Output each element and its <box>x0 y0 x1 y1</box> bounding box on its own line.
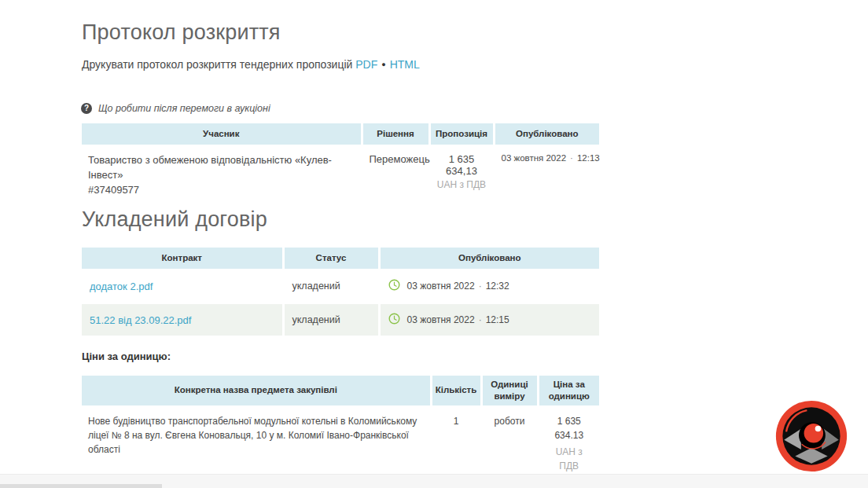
help-line: ? Що робити після перемоги в аукціоні <box>81 103 270 114</box>
help-link[interactable]: Що робити після перемоги в аукціоні <box>98 103 270 114</box>
col-decision: Рішення <box>362 123 429 145</box>
question-icon: ? <box>81 103 92 114</box>
unit-price-cell: 1 635 634.13 UAH з ПДВ <box>538 406 599 480</box>
contract-status-cell: укладений <box>283 270 379 303</box>
quantity-cell: 1 <box>431 406 481 480</box>
col-status: Статус <box>283 248 379 270</box>
unit-prices-table: Конкретна назва предмета закупівлі Кільк… <box>82 376 599 480</box>
item-name-cell: Нове будівництво транспортабельної модул… <box>82 406 431 480</box>
col-participant: Учасник <box>82 123 362 145</box>
print-line-text: Друкувати протокол розкриття тендерних п… <box>82 58 352 71</box>
contract-published-cell: 03 жовтня 2022·12:32 <box>379 270 599 303</box>
contract-section-title: Укладений договір <box>82 207 267 232</box>
clock-icon <box>388 279 400 293</box>
table-row: Товариство з обмеженою відповідальністю … <box>82 145 599 205</box>
disclosure-table: Учасник Рішення Пропозиція Опубліковано … <box>82 123 599 205</box>
page: Протокол розкриття Друкувати протокол ро… <box>0 0 868 488</box>
contract-published-cell: 03 жовтня 2022·12:15 <box>379 303 599 336</box>
contract-file-cell: 51.22 від 23.09.22.pdf <box>82 303 283 336</box>
horizontal-scrollbar-thumb[interactable] <box>0 484 162 488</box>
participant-name: Товариство з обмеженою відповідальністю … <box>88 153 355 183</box>
proposal-currency: UAH з ПДВ <box>437 179 487 190</box>
page-title: Протокол розкриття <box>82 20 281 45</box>
contract-file-link[interactable]: 51.22 від 23.09.22.pdf <box>90 314 191 326</box>
published-date: 03 жовтня 2022 <box>407 281 475 292</box>
eye-camera-logo-icon <box>774 399 848 473</box>
published-cell: 03 жовтня 2022·12:13 <box>494 145 599 205</box>
clock-icon <box>388 313 400 327</box>
disclosure-header-row: Учасник Рішення Пропозиція Опубліковано <box>82 123 599 145</box>
dot-separator-icon: · <box>479 314 482 325</box>
proposal-amount: 1 635 634,13 <box>437 153 487 177</box>
contract-file-link[interactable]: додаток 2.pdf <box>90 281 153 292</box>
table-row: додаток 2.pdf укладений 03 жовтня 2022·1… <box>82 270 599 303</box>
contract-file-cell: додаток 2.pdf <box>82 270 283 303</box>
col-unit: Одиниці виміру <box>481 376 538 406</box>
unit-price-currency: UAH з ПДВ <box>546 445 594 473</box>
html-link[interactable]: HTML <box>390 58 420 71</box>
published-time: 12:15 <box>486 314 509 325</box>
units-header-row: Конкретна назва предмета закупівлі Кільк… <box>82 376 599 406</box>
proposal-cell: 1 635 634,13 UAH з ПДВ <box>429 145 494 205</box>
col-contract: Контракт <box>82 248 283 270</box>
col-unit-price: Ціна за одиницю <box>538 376 599 406</box>
col-item-name: Конкретна назва предмета закупівлі <box>82 376 431 406</box>
participant-id: #37409577 <box>88 183 355 198</box>
col-published: Опубліковано <box>379 248 599 270</box>
unit-cell: роботи <box>481 406 538 480</box>
participant-cell: Товариство з обмеженою відповідальністю … <box>82 145 362 205</box>
table-row: 51.22 від 23.09.22.pdf укладений 03 жовт… <box>82 303 599 336</box>
pdf-link[interactable]: PDF <box>355 58 377 71</box>
contract-status-cell: укладений <box>283 303 379 336</box>
published-date: 03 жовтня 2022 <box>407 314 475 325</box>
print-line: Друкувати протокол розкриття тендерних п… <box>82 58 420 71</box>
unit-prices-title: Ціни за одиницю: <box>82 350 171 362</box>
dot-separator-icon: · <box>570 153 573 163</box>
contracts-table: Контракт Статус Опубліковано додаток 2.p… <box>82 248 599 336</box>
bullet-separator-icon: ● <box>381 61 385 68</box>
decision-cell: Переможець <box>362 145 429 205</box>
contracts-header-row: Контракт Статус Опубліковано <box>82 248 599 270</box>
col-proposal: Пропозиція <box>429 123 494 145</box>
dot-separator-icon: · <box>479 281 482 292</box>
col-quantity: Кількість <box>431 376 481 406</box>
table-row: Нове будівництво транспортабельної модул… <box>82 406 599 480</box>
col-published: Опубліковано <box>494 123 599 145</box>
unit-price-amount: 1 635 634.13 <box>546 414 594 442</box>
published-time: 12:32 <box>486 281 509 292</box>
published-time: 12:13 <box>577 153 600 163</box>
published-date: 03 жовтня 2022 <box>502 153 567 163</box>
